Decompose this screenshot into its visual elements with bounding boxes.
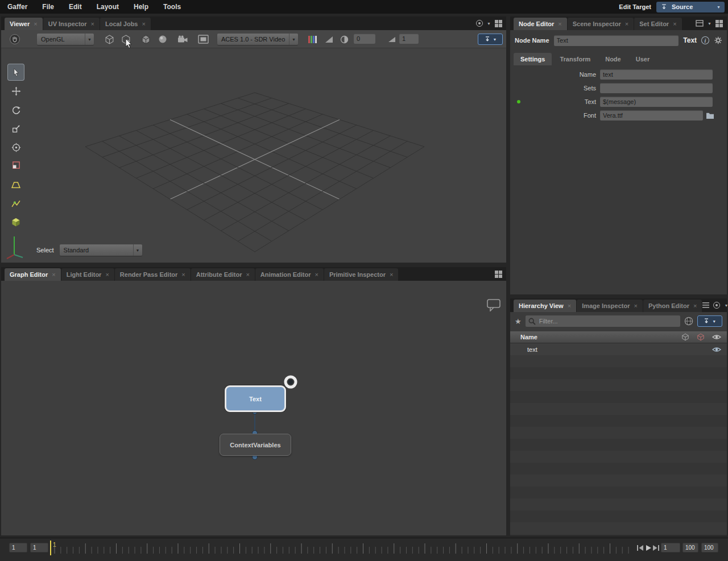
- rotate-tool-button[interactable]: [8, 102, 24, 118]
- renderer-dropdown[interactable]: OpenGL ▼: [37, 34, 94, 45]
- tab-primitive-inspector[interactable]: Primitive Inspector×: [324, 268, 398, 281]
- edit-target-source-dropdown[interactable]: Source ▼: [656, 2, 725, 13]
- play-button[interactable]: [644, 544, 652, 552]
- sets-field-input[interactable]: [600, 83, 713, 93]
- exclusion-cube-icon[interactable]: [697, 333, 705, 341]
- pivot-tool-button[interactable]: [8, 139, 24, 155]
- info-icon[interactable]: [701, 36, 709, 44]
- node-graph-canvas[interactable]: Text ContextVariables: [1, 281, 506, 535]
- render-frame-icon[interactable]: [196, 33, 210, 45]
- viewer-3d-viewport[interactable]: Select Standard ▼: [1, 48, 506, 263]
- close-tab-icon[interactable]: ×: [390, 271, 393, 278]
- skip-to-start-button[interactable]: [636, 544, 644, 552]
- close-tab-icon[interactable]: ×: [34, 20, 37, 27]
- view-target-dropdown[interactable]: ▼: [478, 34, 503, 45]
- close-tab-icon[interactable]: ×: [52, 271, 55, 278]
- filter-input[interactable]: [526, 315, 680, 327]
- panel-focus-menu-icon[interactable]: [476, 20, 483, 27]
- exposure-input[interactable]: [354, 34, 375, 44]
- close-tab-icon[interactable]: ×: [693, 302, 697, 309]
- gear-icon[interactable]: [714, 36, 722, 45]
- font-field-input[interactable]: [600, 110, 703, 120]
- tab-node[interactable]: Node: [598, 53, 628, 65]
- close-tab-icon[interactable]: ×: [568, 302, 571, 309]
- chevron-down-icon[interactable]: ▼: [487, 22, 491, 26]
- tab-graph-editor[interactable]: Graph Editor×: [5, 268, 61, 281]
- crop-window-tool-button[interactable]: [8, 158, 24, 172]
- tab-python-editor[interactable]: Python Editor×: [643, 300, 702, 312]
- tab-hierarchy-view[interactable]: Hierarchy View×: [514, 300, 576, 312]
- node-name-input[interactable]: [554, 35, 679, 46]
- contextvariables-node[interactable]: ContextVariables: [220, 434, 291, 456]
- gamma-sphere-icon[interactable]: [338, 33, 350, 45]
- layout-grid-icon[interactable]: [495, 20, 502, 27]
- skip-to-end-button[interactable]: [652, 544, 660, 552]
- text-node[interactable]: Text: [225, 385, 286, 412]
- camera-icon[interactable]: [176, 33, 189, 45]
- timeline-ruler[interactable]: [0, 538, 728, 561]
- edit-points-tool-button[interactable]: [8, 196, 24, 211]
- close-tab-icon[interactable]: ×: [625, 20, 628, 27]
- visibility-eye-icon[interactable]: [712, 346, 721, 353]
- text-field-input[interactable]: [600, 97, 713, 107]
- scale-tool-button[interactable]: [8, 120, 24, 136]
- close-tab-icon[interactable]: ×: [91, 20, 94, 27]
- tab-transform[interactable]: Transform: [553, 53, 597, 65]
- chevron-down-icon[interactable]: ▼: [724, 304, 728, 307]
- menu-item-layout[interactable]: Layout: [89, 0, 126, 14]
- wireframe-cube-icon[interactable]: [103, 33, 115, 45]
- tab-local-jobs[interactable]: Local Jobs×: [100, 18, 151, 30]
- panel-focus-menu-icon[interactable]: [713, 302, 720, 309]
- tab-attribute-editor[interactable]: Attribute Editor×: [191, 268, 255, 281]
- edit-scope-dropdown[interactable]: ▼: [697, 315, 722, 327]
- hierarchy-row-text[interactable]: text: [510, 343, 727, 355]
- chevron-down-icon[interactable]: ▼: [708, 22, 712, 26]
- tab-set-editor[interactable]: Set Editor×: [634, 18, 681, 30]
- menu-item-gaffer[interactable]: Gaffer: [0, 0, 35, 14]
- shaded-cube-icon[interactable]: [139, 33, 152, 45]
- tab-render-pass-editor[interactable]: Render Pass Editor×: [115, 268, 191, 281]
- translate-tool-button[interactable]: [8, 83, 24, 99]
- tab-uv-inspector[interactable]: UV Inspector×: [43, 18, 100, 30]
- docking-mode-icon[interactable]: [696, 20, 704, 27]
- current-frame-input[interactable]: [661, 543, 680, 552]
- gamma-ramp-icon[interactable]: [387, 33, 397, 45]
- folder-icon[interactable]: [706, 112, 714, 119]
- menu-item-tools[interactable]: Tools: [156, 0, 188, 14]
- playback-end-input[interactable]: [682, 543, 698, 552]
- scene-globe-icon[interactable]: [684, 317, 693, 326]
- hand-tool-icon[interactable]: [9, 33, 21, 45]
- range-end-input[interactable]: [701, 543, 718, 552]
- tab-image-inspector[interactable]: Image Inspector×: [577, 300, 643, 312]
- camera-frustum-tool-button[interactable]: [8, 177, 24, 193]
- select-mode-dropdown[interactable]: Standard ▼: [60, 244, 142, 256]
- close-tab-icon[interactable]: ×: [142, 20, 145, 27]
- exposure-ramp-icon[interactable]: [323, 33, 334, 45]
- close-tab-icon[interactable]: ×: [634, 302, 637, 309]
- tab-node-editor[interactable]: Node Editor×: [514, 18, 567, 30]
- menu-item-help[interactable]: Help: [126, 0, 156, 14]
- tab-scene-inspector[interactable]: Scene Inspector×: [568, 18, 634, 30]
- color-channels-icon[interactable]: [307, 33, 318, 45]
- close-tab-icon[interactable]: ×: [673, 20, 676, 27]
- layout-grid-icon[interactable]: [495, 271, 502, 278]
- close-tab-icon[interactable]: ×: [315, 271, 318, 278]
- visibility-eye-icon[interactable]: [712, 334, 721, 340]
- tab-settings[interactable]: Settings: [514, 53, 552, 65]
- close-tab-icon[interactable]: ×: [246, 271, 249, 278]
- display-transform-dropdown[interactable]: ACES 1.0 - SDR Video ▼: [217, 34, 298, 45]
- favorites-star-icon[interactable]: ★: [515, 317, 522, 326]
- cube-tool-button[interactable]: [8, 214, 24, 230]
- layout-grid-icon[interactable]: [715, 20, 723, 27]
- set-membership-icon[interactable]: [681, 333, 689, 341]
- close-tab-icon[interactable]: ×: [558, 20, 561, 27]
- menu-item-edit[interactable]: Edit: [61, 0, 89, 14]
- select-tool-button[interactable]: [8, 64, 24, 80]
- tab-user[interactable]: User: [629, 53, 656, 65]
- tab-animation-editor[interactable]: Animation Editor×: [255, 268, 324, 281]
- close-tab-icon[interactable]: ×: [105, 271, 109, 278]
- name-field-input[interactable]: [600, 69, 713, 80]
- gamma-input[interactable]: [399, 34, 419, 44]
- close-tab-icon[interactable]: ×: [181, 271, 185, 278]
- light-sphere-icon[interactable]: [156, 33, 169, 45]
